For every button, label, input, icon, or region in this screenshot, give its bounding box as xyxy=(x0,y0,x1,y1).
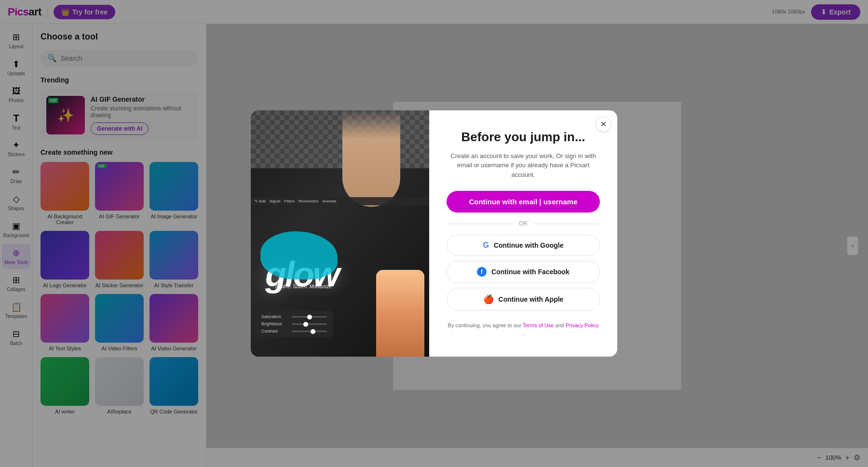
divider-text: OR xyxy=(519,220,528,227)
apple-icon: 🍎 xyxy=(483,294,494,305)
apple-label: Continue with Apple xyxy=(499,295,564,303)
privacy-policy-link[interactable]: Privacy Policy xyxy=(566,322,598,328)
phone-overlay xyxy=(376,270,424,357)
modal-terms: By continuing, you agree to our Terms of… xyxy=(447,321,600,337)
facebook-label: Continue with Facebook xyxy=(491,268,570,276)
product-text: Soothe. Soften. Moisturize. xyxy=(275,284,333,289)
modal-description: Create an account to save your work. Or … xyxy=(447,151,600,180)
modal-image-side: glow Soothe. Soften. Moisturize. ✎ Edit … xyxy=(251,110,429,357)
modal-close-button[interactable]: ✕ xyxy=(596,117,610,132)
modal-overlay: glow Soothe. Soften. Moisturize. ✎ Edit … xyxy=(0,0,868,467)
modal-content-side: ✕ Before you jump in... Create an accoun… xyxy=(429,110,617,357)
google-icon: G xyxy=(483,241,488,250)
modal: glow Soothe. Soften. Moisturize. ✎ Edit … xyxy=(251,110,617,357)
divider-line-right xyxy=(533,224,600,224)
sliders-overlay: Saturation Brightness Contrast xyxy=(256,310,333,337)
divider-line-left xyxy=(447,224,513,224)
continue-facebook-button[interactable]: f Continue with Facebook xyxy=(447,261,600,283)
google-label: Continue with Google xyxy=(494,241,564,249)
continue-email-button[interactable]: Continue with email | username xyxy=(447,191,600,213)
continue-apple-button[interactable]: 🍎 Continue with Apple xyxy=(447,288,600,311)
hand-overlay xyxy=(342,110,400,207)
modal-divider: OR xyxy=(447,220,600,227)
editor-toolbar: ✎ Edit Adjust Filters RemoveBG Animate xyxy=(251,197,429,205)
facebook-icon: f xyxy=(477,267,487,277)
terms-of-use-link[interactable]: Terms of Use xyxy=(523,322,554,328)
continue-google-button[interactable]: G Continue with Google xyxy=(447,235,600,256)
modal-title: Before you jump in... xyxy=(447,130,600,145)
modal-image-placeholder: glow Soothe. Soften. Moisturize. ✎ Edit … xyxy=(251,110,429,357)
teal-blob xyxy=(260,231,338,280)
